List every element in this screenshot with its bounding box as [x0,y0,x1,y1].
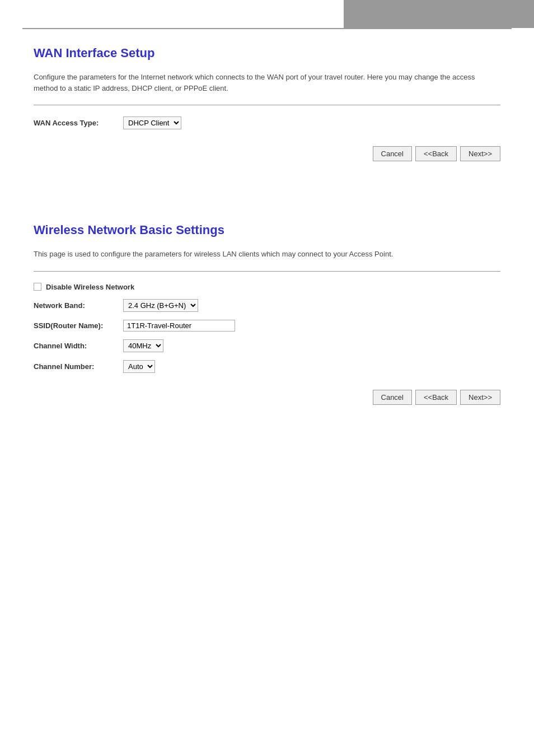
wireless-cancel-button[interactable]: Cancel [373,390,412,405]
channel-number-row: Channel Number: Auto 1 2 3 4 5 6 7 8 9 1… [34,360,500,373]
wan-access-type-select[interactable]: DHCP Client Static IP PPPoE [123,116,181,129]
wan-section-title: WAN Interface Setup [34,46,500,60]
wan-back-button[interactable]: <<Back [415,146,457,161]
network-band-row: Network Band: 2.4 GHz (B+G+N) 5 GHz [34,299,500,312]
wireless-section-description: This page is used to configure the param… [34,249,500,260]
wireless-section-divider [34,271,500,272]
channel-width-label: Channel Width: [34,342,123,350]
wan-access-type-label: WAN Access Type: [34,119,123,127]
disable-wireless-label: Disable Wireless Network [46,283,134,291]
network-band-label: Network Band: [34,301,123,310]
channel-number-label: Channel Number: [34,362,123,371]
channel-width-row: Channel Width: 40MHz 20MHz [34,339,500,352]
wireless-button-row: Cancel <<Back Next>> [34,390,500,405]
ssid-input[interactable] [123,320,235,332]
disable-wireless-checkbox[interactable] [34,283,41,291]
wan-button-row: Cancel <<Back Next>> [34,146,500,161]
wireless-back-button[interactable]: <<Back [415,390,457,405]
ssid-control [123,320,235,332]
wan-next-button[interactable]: Next>> [460,146,500,161]
network-band-select[interactable]: 2.4 GHz (B+G+N) 5 GHz [123,299,198,312]
ssid-label: SSID(Router Name): [34,321,123,330]
channel-width-select[interactable]: 40MHz 20MHz [123,339,163,352]
wireless-section-title: Wireless Network Basic Settings [34,223,500,237]
channel-width-control: 40MHz 20MHz [123,339,163,352]
header-bar-left [0,0,344,28]
disable-network-row: Disable Wireless Network [34,283,500,291]
wan-access-type-row: WAN Access Type: DHCP Client Static IP P… [34,116,500,129]
header-bar-right [344,0,534,28]
wan-access-type-control: DHCP Client Static IP PPPoE [123,116,181,129]
wireless-next-button[interactable]: Next>> [460,390,500,405]
wireless-section: Wireless Network Basic Settings This pag… [0,206,534,427]
wan-section-description: Configure the parameters for the Interne… [34,72,500,94]
wan-cancel-button[interactable]: Cancel [373,146,412,161]
channel-number-control: Auto 1 2 3 4 5 6 7 8 9 10 11 [123,360,155,373]
section-gap [0,184,534,206]
header-bar [0,0,534,28]
wan-section-divider [34,105,500,105]
channel-number-select[interactable]: Auto 1 2 3 4 5 6 7 8 9 10 11 [123,360,155,373]
ssid-row: SSID(Router Name): [34,320,500,332]
wan-section: WAN Interface Setup Configure the parame… [0,29,534,184]
network-band-control: 2.4 GHz (B+G+N) 5 GHz [123,299,198,312]
